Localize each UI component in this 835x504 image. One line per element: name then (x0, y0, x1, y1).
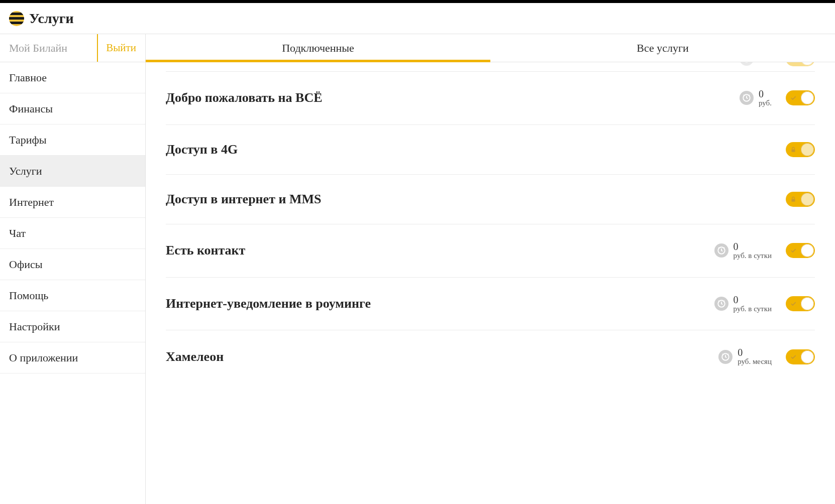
sidebar-item-2[interactable]: Тарифы (0, 124, 145, 156)
tab-label: Все услуги (637, 42, 689, 55)
content: ПодключенныеВсе услуги руб.Добро пожалов… (146, 34, 835, 504)
price-block: 0руб. в сутки (714, 295, 772, 313)
service-row: Есть контакт0руб. в сутки (166, 224, 815, 277)
clock-icon (718, 350, 733, 364)
service-row: Интернет-уведомление в роуминге0руб. в с… (166, 277, 815, 330)
check-icon (790, 300, 797, 307)
price-amount: 0 (738, 347, 772, 358)
sidebar-item-0[interactable]: Главное (0, 62, 145, 93)
price-amount: 0 (734, 241, 772, 252)
sidebar-item-3[interactable]: Услуги (0, 156, 145, 187)
service-toggle[interactable] (786, 90, 815, 105)
price-unit: руб. (759, 62, 772, 63)
service-title: Добро пожаловать на ВСЁ (166, 90, 729, 105)
sidebar-item-4[interactable]: Интернет (0, 187, 145, 218)
service-row: Доступ в 4G (166, 124, 815, 174)
svg-rect-3 (792, 199, 795, 201)
page-title: Услуги (29, 11, 74, 27)
service-title: Есть контакт (166, 243, 704, 258)
service-right (786, 192, 815, 207)
service-row: Хамелеон0руб. месяц (166, 330, 815, 383)
logo: Услуги (9, 11, 74, 27)
beeline-logo-icon (9, 11, 24, 26)
check-icon (790, 247, 797, 254)
service-title: Хамелеон (166, 349, 708, 364)
sidebar-item-label: Помощь (9, 289, 48, 302)
sidebar-item-label: Тарифы (9, 134, 46, 147)
header: Услуги (0, 3, 835, 34)
sidebar-item-6[interactable]: Офисы (0, 249, 145, 280)
service-toggle[interactable] (786, 296, 815, 311)
sidebar-item-7[interactable]: Помощь (0, 280, 145, 311)
price-block: 0руб. месяц (718, 347, 772, 366)
service-toggle[interactable] (786, 62, 815, 66)
price-block: 0руб. (740, 89, 772, 107)
svg-rect-2 (792, 149, 795, 152)
lock-icon (790, 196, 797, 203)
service-title: Доступ в интернет и MMS (166, 192, 776, 207)
sidebar-item-label: О приложении (9, 351, 78, 364)
toggle-knob (801, 91, 814, 104)
price-text: 0руб. в сутки (734, 295, 772, 313)
sidebar-item-label: Финансы (9, 102, 53, 115)
service-row: руб. (166, 62, 815, 71)
price-block: 0руб. в сутки (714, 241, 772, 260)
account-link[interactable]: Мой Билайн (9, 42, 67, 55)
price-unit: руб. (759, 99, 772, 107)
clock-icon (740, 62, 754, 66)
tabs: ПодключенныеВсе услуги (146, 34, 835, 62)
clock-icon (740, 91, 754, 105)
sidebar-item-label: Услуги (9, 165, 42, 178)
price-unit: руб. месяц (738, 358, 772, 366)
service-right: 0руб. в сутки (714, 295, 815, 313)
check-icon (790, 353, 797, 360)
price-amount: 0 (734, 295, 772, 305)
sidebar-account-bar: Мой Билайн Выйти (0, 34, 145, 62)
service-right: руб. (740, 62, 815, 66)
lock-icon (790, 146, 797, 153)
toggle-knob (801, 297, 814, 310)
sidebar-item-label: Главное (9, 71, 47, 84)
service-row: Доступ в интернет и MMS (166, 174, 815, 224)
service-list: руб.Добро пожаловать на ВСЁ0руб.Доступ в… (146, 62, 835, 393)
sidebar-item-5[interactable]: Чат (0, 218, 145, 249)
check-icon (790, 94, 797, 101)
service-row: Добро пожаловать на ВСЁ0руб. (166, 71, 815, 124)
service-title: Интернет-уведомление в роуминге (166, 296, 704, 311)
sidebar-item-label: Чат (9, 227, 26, 240)
service-right (786, 142, 815, 157)
sidebar: Мой Билайн Выйти ГлавноеФинансыТарифыУсл… (0, 34, 146, 504)
logout-button[interactable]: Выйти (97, 34, 136, 62)
tab-label: Подключенные (282, 42, 354, 55)
toggle-knob (801, 62, 814, 65)
price-text: 0руб. в сутки (734, 241, 772, 260)
toggle-knob (801, 193, 814, 206)
clock-icon (714, 297, 728, 311)
toggle-knob (801, 350, 814, 363)
price-text: руб. (759, 62, 772, 63)
sidebar-item-9[interactable]: О приложении (0, 342, 145, 373)
price-block: руб. (740, 62, 772, 66)
service-toggle[interactable] (786, 243, 815, 258)
price-text: 0руб. месяц (738, 347, 772, 366)
service-right: 0руб. (740, 89, 815, 107)
service-toggle-locked (786, 142, 815, 157)
service-toggle[interactable] (786, 349, 815, 364)
service-right: 0руб. месяц (718, 347, 815, 366)
sidebar-item-label: Интернет (9, 196, 54, 209)
price-text: 0руб. (759, 89, 772, 107)
tab-1[interactable]: Все услуги (490, 34, 835, 62)
sidebar-item-1[interactable]: Финансы (0, 93, 145, 124)
sidebar-item-8[interactable]: Настройки (0, 311, 145, 342)
toggle-knob (801, 244, 814, 257)
service-title: Доступ в 4G (166, 142, 776, 157)
price-unit: руб. в сутки (734, 305, 772, 313)
service-toggle-locked (786, 192, 815, 207)
clock-icon (714, 243, 728, 258)
toggle-knob (801, 143, 814, 156)
service-right: 0руб. в сутки (714, 241, 815, 260)
sidebar-nav: ГлавноеФинансыТарифыУслугиИнтернетЧатОфи… (0, 62, 145, 373)
tab-0[interactable]: Подключенные (146, 34, 490, 62)
sidebar-item-label: Настройки (9, 320, 60, 333)
price-amount: 0 (759, 89, 772, 99)
